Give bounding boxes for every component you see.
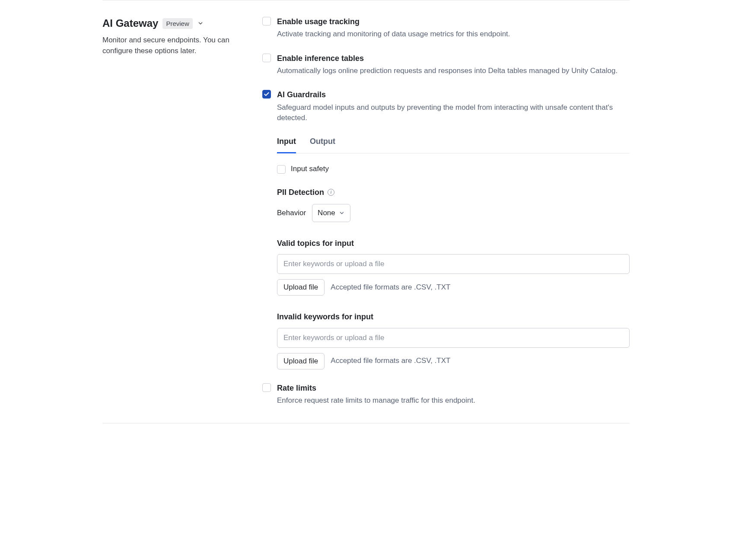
invalid-keywords-hint: Accepted file formats are .CSV, .TXT <box>331 356 450 366</box>
preview-badge: Preview <box>162 18 192 29</box>
guardrails-checkbox[interactable] <box>262 90 271 99</box>
chevron-down-icon[interactable] <box>197 20 204 27</box>
rate-limits-title: Rate limits <box>277 382 630 394</box>
rate-limits-checkbox[interactable] <box>262 383 271 392</box>
invalid-keywords-input[interactable] <box>277 328 630 348</box>
tab-output[interactable]: Output <box>310 132 335 153</box>
info-icon[interactable]: i <box>328 189 334 196</box>
usage-tracking-desc: Activate tracking and monitoring of data… <box>277 29 630 40</box>
usage-tracking-title: Enable usage tracking <box>277 16 630 27</box>
invalid-keywords-heading: Invalid keywords for input <box>277 311 630 322</box>
guardrails-desc: Safeguard model inputs and outputs by pr… <box>277 102 630 124</box>
inference-tables-checkbox[interactable] <box>262 54 271 62</box>
pii-heading: PII Detection <box>277 187 324 198</box>
section-title: AI Gateway <box>102 16 158 31</box>
inference-tables-desc: Automatically logs online prediction req… <box>277 66 630 76</box>
rate-limits-desc: Enforce request rate limits to manage tr… <box>277 395 630 406</box>
usage-tracking-checkbox[interactable] <box>262 17 271 25</box>
section-subtitle: Monitor and secure endpoints. You can co… <box>102 35 249 57</box>
valid-topics-upload-button[interactable]: Upload file <box>277 279 325 296</box>
chevron-down-icon <box>339 210 345 216</box>
valid-topics-heading: Valid topics for input <box>277 238 630 249</box>
behavior-select[interactable]: None <box>312 204 350 223</box>
input-safety-label: Input safety <box>291 164 329 175</box>
valid-topics-hint: Accepted file formats are .CSV, .TXT <box>331 282 450 293</box>
behavior-label: Behavior <box>277 208 306 219</box>
behavior-value: None <box>318 208 335 219</box>
tab-input[interactable]: Input <box>277 132 296 153</box>
guardrails-title: AI Guardrails <box>277 89 630 100</box>
invalid-keywords-upload-button[interactable]: Upload file <box>277 353 325 369</box>
input-safety-checkbox[interactable] <box>277 165 286 174</box>
valid-topics-input[interactable] <box>277 254 630 274</box>
inference-tables-title: Enable inference tables <box>277 53 630 64</box>
